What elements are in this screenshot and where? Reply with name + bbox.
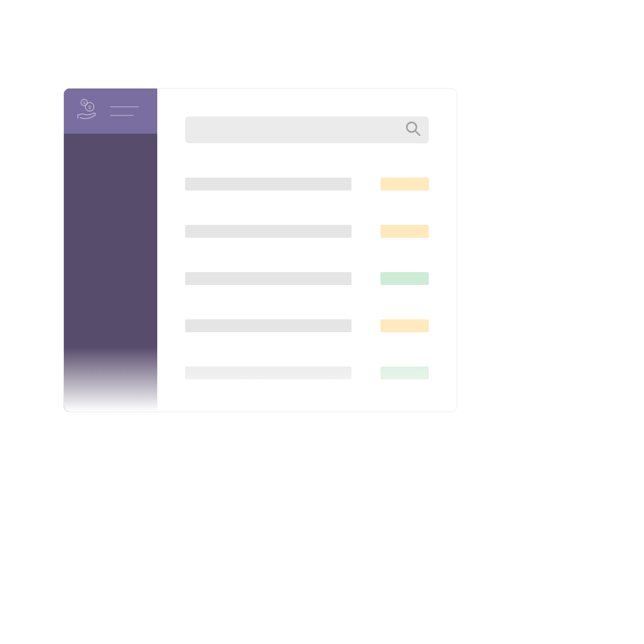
- list-item[interactable]: [185, 319, 429, 332]
- row-label: [185, 225, 352, 238]
- sidebar-header: $ $: [64, 89, 157, 134]
- main-content: [157, 89, 457, 412]
- status-badge: [380, 367, 429, 379]
- header-line: [110, 115, 134, 116]
- status-badge: [380, 272, 429, 285]
- row-label: [185, 319, 352, 332]
- search-input[interactable]: [185, 116, 429, 143]
- status-badge: [380, 178, 429, 191]
- header-title-placeholder: [110, 106, 139, 116]
- list-item[interactable]: [185, 367, 429, 379]
- svg-text:$: $: [88, 105, 91, 110]
- svg-text:$: $: [83, 101, 85, 105]
- svg-line-5: [415, 131, 420, 135]
- sidebar-fade: [64, 347, 157, 412]
- list-item[interactable]: [185, 178, 429, 191]
- list-container: [185, 178, 429, 379]
- row-label: [185, 367, 352, 379]
- status-badge: [380, 319, 429, 332]
- list-item[interactable]: [185, 272, 429, 285]
- money-hand-icon: $ $: [75, 97, 100, 125]
- list-item[interactable]: [185, 225, 429, 238]
- search-icon[interactable]: [405, 121, 421, 139]
- row-label: [185, 178, 352, 191]
- header-line: [110, 106, 139, 107]
- row-label: [185, 272, 352, 285]
- sidebar: $ $: [64, 89, 157, 412]
- app-window: $ $: [63, 88, 457, 412]
- status-badge: [380, 225, 429, 238]
